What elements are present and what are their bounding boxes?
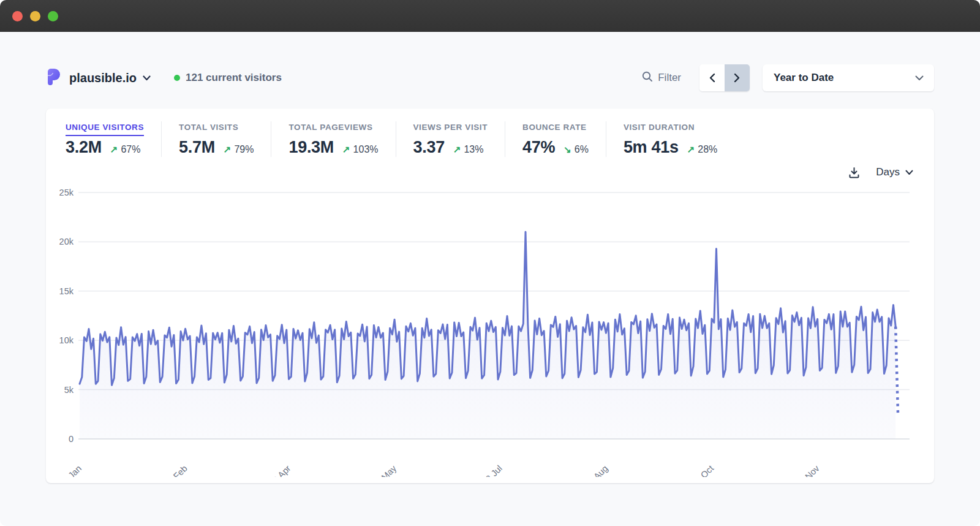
stat-value: 3.37 bbox=[413, 138, 445, 157]
stat-value: 5.7M bbox=[179, 138, 215, 157]
x-tick-label: 18 May bbox=[371, 463, 398, 477]
zoom-window-button[interactable] bbox=[48, 11, 58, 21]
topbar: plausible.io 121 current visitors Filter bbox=[46, 64, 934, 91]
stat-visit-duration[interactable]: VISIT DURATION 5m 41s ↗ 28% bbox=[624, 121, 734, 157]
trend-up-icon: ↗ bbox=[224, 144, 232, 155]
stat-change: 103% bbox=[353, 144, 379, 155]
plausible-logo-icon bbox=[46, 67, 61, 88]
y-tick-label: 15k bbox=[59, 286, 74, 296]
download-icon[interactable] bbox=[848, 166, 861, 179]
stat-change: 13% bbox=[464, 144, 483, 155]
minimize-window-button[interactable] bbox=[30, 11, 40, 21]
chevron-left-icon bbox=[709, 73, 715, 83]
x-tick-label: 18 Nov bbox=[794, 463, 821, 477]
next-period-button[interactable] bbox=[725, 64, 750, 91]
trend-up-icon: ↗ bbox=[342, 144, 350, 155]
stat-label: UNIQUE VISITORS bbox=[66, 123, 144, 136]
stat-label: VIEWS PER VISIT bbox=[413, 123, 488, 136]
trend-up-icon: ↗ bbox=[453, 144, 461, 155]
close-window-button[interactable] bbox=[12, 11, 23, 21]
trend-up-icon: ↗ bbox=[687, 144, 695, 155]
stat-value: 3.2M bbox=[66, 138, 102, 157]
x-tick-label: 18 Aug bbox=[583, 463, 609, 477]
chart-controls: Days bbox=[57, 163, 913, 181]
trend-down-icon: ↘ bbox=[564, 144, 571, 155]
stat-change: 6% bbox=[575, 144, 589, 155]
stat-label: BOUNCE RATE bbox=[522, 123, 587, 136]
prev-period-button[interactable] bbox=[699, 64, 725, 91]
stat-value: 19.3M bbox=[288, 138, 334, 157]
y-tick-label: 10k bbox=[59, 335, 74, 345]
dashboard-card: UNIQUE VISITORS 3.2M ↗ 67% TOTAL VISITS … bbox=[46, 109, 934, 483]
stat-bounce-rate[interactable]: BOUNCE RATE 47% ↘ 6% bbox=[522, 121, 606, 157]
filter-button[interactable]: Filter bbox=[642, 71, 681, 85]
titlebar bbox=[0, 0, 980, 32]
chevron-right-icon bbox=[734, 73, 741, 83]
x-tick-label: 3 Jul bbox=[484, 463, 504, 477]
filter-label: Filter bbox=[658, 72, 681, 84]
stats-row: UNIQUE VISITORS 3.2M ↗ 67% TOTAL VISITS … bbox=[57, 121, 923, 157]
y-tick-label: 5k bbox=[64, 385, 74, 395]
visitors-chart[interactable]: 05k10k15k20k25k1 Jan16 Feb2 Apr18 May3 J… bbox=[57, 183, 923, 477]
search-icon bbox=[642, 71, 653, 85]
stat-total-visits[interactable]: TOTAL VISITS 5.7M ↗ 79% bbox=[179, 121, 271, 157]
stat-label: VISIT DURATION bbox=[624, 123, 695, 136]
x-tick-label: 1 Jan bbox=[61, 463, 83, 477]
stat-label: TOTAL PAGEVIEWS bbox=[288, 123, 372, 136]
current-visitors-label: 121 current visitors bbox=[186, 72, 282, 84]
stat-unique-visitors[interactable]: UNIQUE VISITORS 3.2M ↗ 67% bbox=[66, 121, 162, 157]
current-visitors-badge[interactable]: 121 current visitors bbox=[174, 72, 282, 84]
app-window: plausible.io 121 current visitors Filter bbox=[0, 0, 980, 526]
chevron-down-icon bbox=[143, 72, 151, 83]
date-nav bbox=[699, 64, 750, 91]
stat-change: 28% bbox=[698, 144, 717, 155]
stat-label: TOTAL VISITS bbox=[179, 123, 238, 136]
trend-up-icon: ↗ bbox=[110, 144, 118, 155]
interval-value: Days bbox=[876, 166, 900, 178]
x-tick-label: 2 Apr bbox=[271, 463, 292, 477]
site-name: plausible.io bbox=[69, 71, 137, 85]
date-range-select[interactable]: Year to Date bbox=[763, 64, 934, 91]
stat-views-per-visit[interactable]: VIEWS PER VISIT 3.37 ↗ 13% bbox=[413, 121, 506, 157]
stat-value: 5m 41s bbox=[624, 138, 679, 157]
interval-select[interactable]: Days bbox=[876, 166, 913, 178]
x-tick-label: 3 Oct bbox=[693, 463, 715, 477]
stat-value: 47% bbox=[522, 138, 555, 157]
y-tick-label: 0 bbox=[69, 434, 74, 444]
chevron-down-icon bbox=[915, 72, 924, 83]
live-dot-icon bbox=[174, 75, 180, 81]
x-tick-label: 16 Feb bbox=[163, 463, 189, 477]
y-tick-label: 25k bbox=[59, 188, 74, 197]
stat-total-pageviews[interactable]: TOTAL PAGEVIEWS 19.3M ↗ 103% bbox=[288, 121, 396, 157]
y-tick-label: 20k bbox=[59, 237, 74, 246]
stat-change: 79% bbox=[234, 144, 254, 155]
chevron-down-icon bbox=[905, 166, 913, 178]
date-range-value: Year to Date bbox=[774, 72, 834, 84]
stat-change: 67% bbox=[121, 144, 140, 155]
site-switcher[interactable]: plausible.io bbox=[46, 67, 151, 88]
incomplete-period-dotted-line bbox=[895, 327, 898, 414]
